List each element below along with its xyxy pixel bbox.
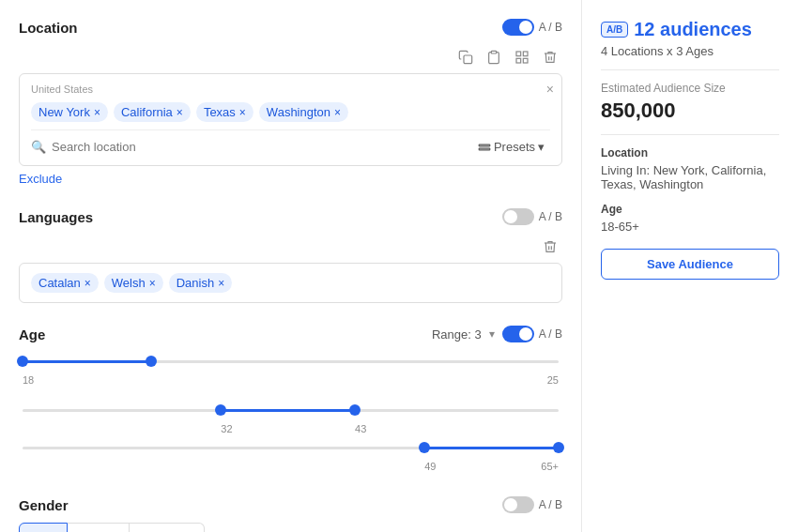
languages-toggle-wrap: A / B [502, 208, 562, 225]
tag-texas-remove[interactable]: × [239, 107, 246, 118]
ab-badge: A/B [601, 22, 628, 38]
svg-rect-3 [523, 52, 528, 56]
gender-ab-label: A / B [539, 498, 562, 511]
age-range3-min-label: 49 [424, 461, 436, 472]
tag-texas: Texas × [196, 102, 253, 122]
age-info-value: 18-65+ [601, 220, 779, 234]
languages-delete-icon[interactable] [538, 235, 562, 259]
language-tags: Catalan × Welsh × Danish × [31, 273, 550, 293]
gender-female-button[interactable]: Female [130, 523, 205, 532]
svg-rect-1 [491, 51, 496, 53]
range-chevron[interactable]: ▾ [489, 327, 495, 341]
age-range2-max-label: 43 [355, 423, 366, 434]
age-range2-min-label: 32 [221, 423, 232, 434]
exclude-link[interactable]: Exclude [19, 172, 62, 186]
gender-male-button[interactable]: Male [68, 523, 129, 532]
search-icon: 🔍 [31, 140, 46, 154]
tag-danish-remove[interactable]: × [218, 278, 224, 289]
age-range1-max-thumb[interactable] [146, 356, 157, 367]
gender-toggle[interactable] [502, 496, 534, 513]
tag-catalan: Catalan × [31, 273, 99, 293]
location-icon-row [19, 45, 562, 69]
tag-welsh: Welsh × [104, 273, 163, 293]
estimated-size: 850,000 [601, 99, 779, 123]
presets-button[interactable]: Presets ▾ [472, 138, 550, 156]
svg-rect-0 [464, 55, 472, 64]
grid-icon[interactable] [510, 45, 534, 69]
age-range3-max-thumb[interactable] [553, 442, 564, 453]
languages-icon-row [19, 235, 562, 259]
gender-button-group: All Male Female [19, 523, 562, 532]
gender-all-button[interactable]: All [19, 523, 68, 532]
gender-toggle-wrap: A / B [502, 496, 562, 513]
age-range-label: Range: 3 [432, 327, 482, 342]
age-range2-max-thumb[interactable] [349, 404, 361, 416]
languages-toggle[interactable] [502, 208, 534, 225]
svg-rect-6 [479, 144, 490, 146]
age-range3-min-thumb[interactable] [419, 442, 430, 453]
location-info-value: Living In: New York, California, Texas, … [601, 163, 779, 191]
location-search-input[interactable] [52, 140, 467, 154]
location-ab-label: A / B [539, 21, 562, 34]
age-range2-min-thumb[interactable] [215, 404, 226, 416]
svg-rect-2 [516, 52, 521, 56]
location-box: United States × New York × California × … [19, 73, 562, 166]
age-range-1: 18 25 [23, 352, 559, 386]
tag-welsh-remove[interactable]: × [149, 278, 156, 289]
location-toggle-wrap: A / B [502, 19, 562, 36]
paste-icon[interactable] [482, 45, 506, 69]
audiences-sub: 4 Locations x 3 Ages [601, 44, 779, 58]
languages-box: Catalan × Welsh × Danish × [19, 263, 562, 303]
tag-washington-remove[interactable]: × [334, 107, 341, 118]
languages-section: Languages A / B Ca [19, 208, 562, 303]
age-title: Age [19, 327, 45, 342]
languages-title: Languages [19, 209, 93, 225]
svg-rect-7 [479, 148, 490, 150]
location-close-btn[interactable]: × [546, 82, 554, 97]
location-info-label: Location [601, 146, 779, 160]
tag-california-remove[interactable]: × [176, 107, 183, 118]
location-section: Location A / B [19, 19, 562, 186]
divider-2 [601, 134, 779, 135]
tag-california: California × [114, 102, 191, 122]
age-range3-max-label: 65+ [541, 461, 559, 472]
age-range1-min-thumb[interactable] [17, 356, 28, 367]
right-panel: A/B 12 audiences 4 Locations x 3 Ages Es… [582, 0, 798, 532]
age-info-label: Age [601, 203, 779, 216]
age-range1-min-label: 18 [23, 374, 34, 386]
age-sliders: 18 25 32 43 [19, 352, 562, 474]
copy-icon[interactable] [453, 45, 478, 69]
gender-section: Gender A / B All Male Female [19, 496, 562, 532]
estimated-label: Estimated Audience Size [601, 82, 779, 95]
delete-icon[interactable] [538, 45, 562, 69]
languages-ab-label: A / B [539, 210, 562, 223]
age-toggle[interactable] [502, 326, 534, 342]
presets-icon [478, 141, 491, 154]
audiences-count: 12 audiences [634, 19, 752, 40]
location-title: Location [19, 20, 78, 36]
age-toggle-wrap: A / B [502, 326, 562, 342]
divider-1 [601, 69, 779, 70]
location-toggle[interactable] [502, 19, 534, 36]
tag-catalan-remove[interactable]: × [84, 278, 91, 289]
tag-newyork-remove[interactable]: × [94, 107, 100, 118]
tag-danish: Danish × [169, 273, 232, 293]
age-range-3: 49 65+ [23, 438, 559, 474]
tag-washington: Washington × [259, 102, 348, 122]
tag-newyork: New York × [31, 102, 108, 122]
svg-rect-5 [523, 58, 528, 63]
save-audience-button[interactable]: Save Audience [601, 249, 779, 280]
gender-title: Gender [19, 497, 69, 513]
age-section: Age Range: 3 ▾ A / B [19, 326, 562, 474]
age-range1-max-label: 25 [547, 374, 559, 386]
age-ab-label: A / B [539, 327, 562, 341]
age-range-2: 32 43 [23, 401, 559, 423]
svg-rect-4 [516, 58, 521, 63]
country-label: United States [31, 84, 550, 95]
location-tags: New York × California × Texas × Washingt… [31, 102, 550, 122]
